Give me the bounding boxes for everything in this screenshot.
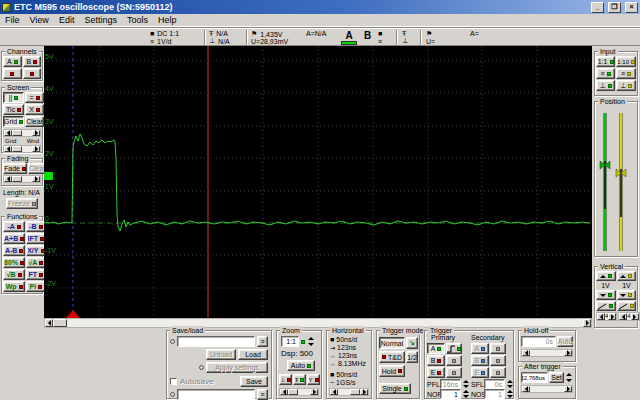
vertical-a-slope-button[interactable] (596, 301, 616, 311)
scroll-thumb[interactable] (288, 389, 298, 395)
sfl-field[interactable]: 0s (484, 379, 505, 389)
sfl-spinner[interactable] (506, 379, 514, 389)
vertical-b-spinner[interactable]: 4 (618, 312, 639, 321)
holdoff-scrollbar[interactable] (521, 349, 573, 357)
window-intensity-scrollbar[interactable] (3, 145, 41, 153)
scroll-right-icon[interactable] (32, 146, 40, 152)
function-sqrt-a-button[interactable]: √A (26, 257, 45, 268)
function-ift-button[interactable]: IFT (26, 233, 45, 244)
save-button[interactable]: Save (240, 376, 268, 387)
vertical-a-spinner[interactable]: 4 (596, 312, 617, 321)
spin-left-icon[interactable] (619, 313, 627, 320)
scroll-thumb[interactable] (350, 389, 360, 395)
menu-item-help[interactable]: Help (153, 14, 182, 26)
pfl-field[interactable]: 16ns (440, 379, 461, 389)
vertical-a-up-button[interactable] (596, 271, 616, 281)
grid-intensity-scrollbar[interactable] (3, 129, 41, 137)
spin-left-icon[interactable] (597, 313, 605, 320)
channel-b-indicator[interactable]: B (364, 29, 376, 46)
function-wp-button[interactable]: Wp (3, 281, 25, 292)
function-ft-button[interactable]: FT (26, 269, 45, 280)
restore-button[interactable]: ❐ (608, 2, 621, 13)
channel-a-button[interactable]: A (3, 56, 22, 67)
function-80pct-button[interactable]: 80% (3, 257, 25, 268)
trigger-single-button[interactable]: Single (379, 383, 411, 394)
vertical-a-down-button[interactable] (596, 290, 616, 300)
load-button[interactable]: Load (238, 349, 268, 360)
trigger-position-marker[interactable] (66, 310, 80, 318)
zoom-cursor-center-button[interactable]: Ŧ (293, 374, 306, 385)
function-neg-b-button[interactable]: -B (26, 221, 45, 232)
channel-b-option-button[interactable] (23, 68, 42, 79)
scroll-right-icon[interactable] (564, 386, 572, 392)
function-a-plus-b-button[interactable]: A+B (3, 233, 25, 244)
save-file-dropdown-button[interactable]: ≡ (257, 389, 268, 400)
trigger-tgd-button[interactable]: T&D (379, 351, 405, 363)
load-file-input[interactable] (177, 336, 255, 347)
screen-grid-button[interactable]: Grid (3, 116, 24, 127)
input-b-coupling-button[interactable]: ≡ (616, 68, 636, 79)
scroll-thumb[interactable] (53, 319, 67, 327)
autosave-checkbox[interactable] (170, 378, 177, 385)
function-sqrt-b-button[interactable]: √B (3, 269, 25, 280)
scroll-right-icon[interactable] (360, 389, 368, 395)
after-trigger-scrollbar[interactable] (521, 385, 573, 393)
input-b-ratio-button[interactable]: 1:10 (616, 56, 636, 67)
scroll-left-icon[interactable] (280, 389, 288, 395)
zoom-scrollbar[interactable] (279, 388, 319, 396)
scroll-right-icon[interactable] (564, 350, 572, 356)
scroll-thumb[interactable] (12, 176, 22, 182)
trigger-hold-button[interactable]: Hold (379, 365, 405, 377)
screen-x-button[interactable]: X (25, 104, 44, 115)
menu-item-file[interactable]: File (0, 14, 25, 26)
input-a-ratio-button[interactable]: 1:1 (596, 56, 615, 67)
function-pi-button[interactable]: Pi (26, 281, 45, 292)
scroll-left-icon[interactable] (4, 176, 12, 182)
menu-item-edit[interactable]: Edit (54, 14, 80, 26)
pfl-spinner[interactable] (462, 379, 470, 389)
zoom-ratio-field[interactable]: 1:1 (281, 336, 299, 347)
screen-vectors-button[interactable]: || (3, 92, 24, 103)
input-a-ground-button[interactable]: ⊥ (596, 80, 615, 91)
after-trigger-set-button[interactable]: Set (549, 372, 564, 383)
nop-spinner[interactable] (462, 389, 470, 399)
minimize-button[interactable]: _ (591, 2, 604, 13)
after-trigger-field[interactable]: 32,768us (521, 372, 548, 383)
screen-clear-button[interactable]: Clear (25, 116, 44, 127)
scroll-thumb[interactable] (12, 130, 22, 136)
channel-a-option-button[interactable] (3, 68, 22, 79)
menu-item-tools[interactable]: Tools (122, 14, 153, 26)
trigger-normal-button[interactable]: Normal (379, 337, 405, 349)
function-xy-button[interactable]: X/Y (26, 245, 45, 256)
primary-edge-a-button[interactable] (446, 343, 462, 354)
menu-item-settings[interactable]: Settings (79, 14, 122, 26)
nos-field[interactable]: 1 (484, 389, 505, 399)
function-neg-a-button[interactable]: -A (3, 221, 25, 232)
after-trigger-spinner[interactable] (565, 372, 573, 383)
spin-right-icon[interactable] (608, 313, 616, 320)
scroll-right-icon[interactable] (32, 176, 40, 182)
channel-a-indicator[interactable]: A (340, 29, 358, 46)
close-button[interactable]: × (625, 2, 638, 13)
trigger-half-button[interactable]: 1/2 (406, 351, 418, 363)
scroll-left-icon[interactable] (522, 386, 530, 392)
holdoff-field[interactable]: 0s (521, 336, 556, 347)
zoom-auto-button[interactable]: Auto (287, 360, 315, 371)
vertical-b-down-button[interactable] (617, 290, 637, 300)
vertical-b-up-button[interactable] (617, 271, 637, 281)
nop-field[interactable]: 1 (440, 389, 461, 399)
primary-source-a-button[interactable]: A (427, 343, 445, 354)
channel-b-button[interactable]: B (23, 56, 42, 67)
scope-display[interactable]: 5V4V3V2V1V0-1V-2V (44, 46, 592, 318)
zoom-cursor-left-button[interactable]: ⊥ (279, 374, 292, 385)
scroll-left-icon[interactable] (522, 350, 530, 356)
scroll-left-icon[interactable] (45, 319, 53, 327)
primary-source-b-button[interactable]: B (427, 355, 445, 366)
input-a-coupling-button[interactable]: ≡ (596, 68, 615, 79)
scope-hscrollbar[interactable] (44, 318, 592, 328)
load-file-dropdown-button[interactable]: ≡ (257, 336, 268, 347)
scroll-left-icon[interactable] (4, 146, 12, 152)
scroll-right-icon[interactable] (32, 130, 40, 136)
scroll-left-icon[interactable] (330, 389, 338, 395)
screen-tic-button[interactable]: Tic (3, 104, 24, 115)
